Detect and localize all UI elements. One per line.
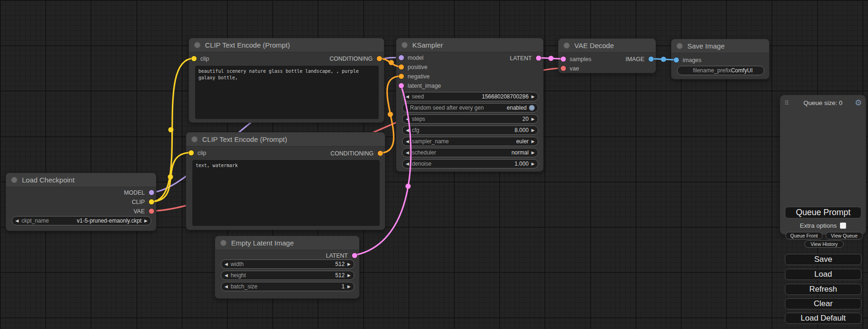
left-arrow-icon[interactable]: ◀ (406, 117, 409, 121)
widget-denoise[interactable]: ◀denoise1.000▶ (402, 159, 538, 168)
load-button[interactable]: Load (785, 269, 861, 280)
settings-gear-icon[interactable]: ⚙ (855, 98, 862, 108)
widget-value: 1 (341, 283, 345, 290)
prompt-textarea[interactable]: text, watermark (192, 160, 380, 226)
widget-label: filename_prefix (693, 67, 731, 74)
widget-filename_prefix[interactable]: filename_prefixComfyUI (677, 66, 764, 75)
extra-options-row: Extra options (780, 222, 866, 231)
view-history-button[interactable]: View History (804, 240, 844, 248)
right-arrow-icon[interactable]: ▶ (347, 273, 351, 278)
widget-label: sampler_name (412, 138, 449, 145)
node-title: CLIP Text Encode (Prompt) (205, 41, 290, 49)
input-label-model: model (408, 54, 423, 62)
node-titlebar[interactable]: Save Image (671, 39, 769, 53)
output-label-LATENT: LATENT (326, 252, 348, 259)
node-ksampler[interactable]: KSamplermodelpositivenegativelatent_imag… (396, 38, 543, 172)
node-titlebar[interactable]: Load Checkpoint (6, 173, 156, 187)
right-arrow-icon[interactable]: ▶ (347, 262, 351, 266)
widget-width[interactable]: ◀width512▶ (221, 259, 354, 269)
right-arrow-icon[interactable]: ▶ (347, 285, 351, 289)
widget-label: height (231, 272, 246, 279)
widget-value: 1.000 (515, 161, 529, 167)
node-titlebar[interactable]: VAE Decode (558, 39, 656, 53)
node-status-dot-icon (11, 177, 17, 183)
widget-height[interactable]: ◀height512▶ (221, 271, 354, 280)
right-arrow-icon[interactable]: ▶ (531, 117, 535, 121)
link-midpoint-dot (168, 174, 173, 179)
output-label-MODEL: MODEL (124, 189, 145, 196)
left-arrow-icon[interactable]: ◀ (406, 151, 409, 155)
widget-label: seed (412, 93, 424, 100)
node-load_checkpoint[interactable]: Load CheckpointMODELCLIPVAE◀ckpt_namev1-… (6, 173, 156, 231)
right-arrow-icon[interactable]: ▶ (531, 162, 535, 166)
load-default-button[interactable]: Load Default (785, 313, 861, 324)
widget-sampler_name[interactable]: ◀sampler_nameeuler▶ (402, 137, 538, 146)
node-title: Save Image (687, 42, 725, 50)
widget-batch_size[interactable]: ◀batch_size1▶ (221, 282, 354, 291)
widget-scheduler[interactable]: ◀schedulernormal▶ (402, 148, 538, 157)
queue-front-button[interactable]: Queue Front (785, 232, 823, 239)
output-label-VAE: VAE (134, 208, 145, 215)
node-vae_decode[interactable]: VAE DecodesamplesvaeIMAGE (558, 38, 656, 73)
widget-Random seed after every gen[interactable]: Random seed after every genenabled (402, 103, 538, 112)
widget-value: normal (511, 149, 529, 156)
widget-seed[interactable]: ◀seed156680208700286▶ (402, 92, 538, 101)
right-arrow-icon[interactable]: ▶ (531, 95, 535, 99)
input-label-samples: samples (570, 56, 592, 63)
node-status-dot-icon (402, 42, 408, 48)
refresh-button[interactable]: Refresh (785, 284, 861, 295)
right-arrow-icon[interactable]: ▶ (531, 128, 535, 133)
left-arrow-icon[interactable]: ◀ (225, 285, 228, 289)
comfyui-canvas[interactable]: { "app": "ComfyUI node graph", "port_col… (0, 0, 868, 329)
widget-value: euler (516, 138, 529, 145)
prompt-textarea[interactable]: beautiful scenery nature glass bottle la… (195, 66, 379, 119)
node-save_image[interactable]: Save Imageimagesfilename_prefixComfyUI (671, 39, 769, 79)
node-title: Empty Latent Image (231, 239, 294, 247)
input-label-images: images (683, 56, 701, 64)
view-queue-button[interactable]: View Queue (826, 232, 863, 239)
widget-value: 512 (335, 272, 345, 279)
left-arrow-icon[interactable]: ◀ (225, 273, 228, 278)
left-arrow-icon[interactable]: ◀ (225, 262, 228, 266)
save-button[interactable]: Save (785, 254, 861, 265)
node-title: Load Checkpoint (22, 176, 75, 184)
output-label-IMAGE: IMAGE (626, 56, 644, 63)
widget-value: v1-5-pruned-emaonly.ckpt (77, 217, 142, 224)
widget-label: Random seed after every gen (410, 105, 484, 111)
output-label-CONDITIONING: CONDITIONING (331, 150, 374, 157)
clear-button[interactable]: Clear (785, 298, 861, 309)
widget-value: 156680208700286 (482, 93, 529, 100)
widget-label: denoise (412, 161, 431, 167)
queue-prompt-button[interactable]: Queue Prompt (785, 207, 861, 218)
link-wire-clip (151, 153, 191, 202)
left-arrow-icon[interactable]: ◀ (15, 219, 19, 223)
node-status-dot-icon (677, 43, 683, 49)
extra-options-checkbox[interactable] (840, 223, 846, 229)
node-clip_encode_negative[interactable]: CLIP Text Encode (Prompt)clipCONDITIONIN… (186, 132, 385, 230)
node-titlebar[interactable]: KSampler (396, 38, 543, 52)
output-label-CLIP: CLIP (132, 198, 145, 206)
node-clip_encode_positive[interactable]: CLIP Text Encode (Prompt)clipCONDITIONIN… (189, 38, 384, 123)
node-titlebar[interactable]: Empty Latent Image (215, 236, 359, 250)
node-titlebar[interactable]: CLIP Text Encode (Prompt) (186, 133, 385, 147)
toggle-dot-icon[interactable] (529, 105, 535, 111)
output-label-CONDITIONING: CONDITIONING (330, 55, 373, 63)
left-arrow-icon[interactable]: ◀ (406, 128, 409, 133)
left-arrow-icon[interactable]: ◀ (406, 140, 409, 144)
widget-cfg[interactable]: ◀cfg8.000▶ (402, 126, 538, 135)
right-arrow-icon[interactable]: ▶ (531, 140, 535, 144)
right-arrow-icon[interactable]: ▶ (144, 219, 148, 223)
node-empty_latent_image[interactable]: Empty Latent ImageLATENT◀width512▶◀heigh… (215, 236, 360, 299)
link-midpoint-dot (168, 127, 173, 132)
widget-value: enabled (507, 105, 527, 111)
widget-value: 8.000 (515, 127, 529, 133)
node-titlebar[interactable]: CLIP Text Encode (Prompt) (189, 38, 384, 52)
widget-steps[interactable]: ◀steps20▶ (402, 114, 538, 124)
left-arrow-icon[interactable]: ◀ (406, 95, 409, 99)
widget-label: batch_size (231, 283, 257, 290)
left-arrow-icon[interactable]: ◀ (406, 162, 409, 166)
input-label-negative: negative (408, 73, 430, 80)
queue-menu-panel: ⠿ Queue size: 0 ⚙ Queue Prompt Extra opt… (780, 95, 866, 235)
widget-ckpt_name[interactable]: ◀ckpt_namev1-5-pruned-emaonly.ckpt▶ (12, 216, 151, 225)
right-arrow-icon[interactable]: ▶ (531, 151, 535, 155)
